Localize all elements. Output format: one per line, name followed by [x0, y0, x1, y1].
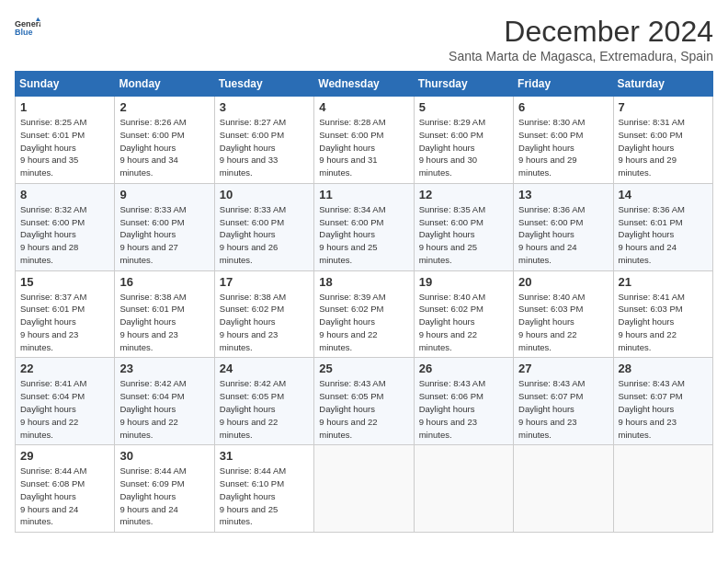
sunset-label: Sunset: — [20, 304, 50, 314]
day-info: Sunrise: 8:44 AMSunset: 6:10 PMDaylight … — [220, 465, 309, 528]
day-number: 31 — [220, 449, 309, 463]
sunset-label: Sunset: — [419, 304, 449, 314]
daylight-label: Daylight hours — [419, 143, 475, 153]
calendar-cell: 15Sunrise: 8:37 AMSunset: 6:01 PMDayligh… — [16, 270, 115, 358]
sunset-label: Sunset: — [619, 130, 648, 140]
sunrise-label: Sunrise: — [419, 292, 451, 302]
daylight-label: Daylight hours — [518, 143, 574, 153]
sunset-label: Sunset: — [220, 130, 249, 140]
calendar-cell: 11Sunrise: 8:34 AMSunset: 6:00 PMDayligh… — [314, 183, 414, 270]
sunset-label: Sunset: — [220, 304, 249, 314]
sunrise-label: Sunrise: — [220, 204, 252, 214]
calendar-cell: 7Sunrise: 8:31 AMSunset: 6:00 PMDaylight… — [613, 97, 712, 184]
sunrise-label: Sunrise: — [419, 117, 451, 127]
daylight-label: Daylight hours — [619, 229, 675, 239]
calendar-cell: 20Sunrise: 8:40 AMSunset: 6:03 PMDayligh… — [514, 270, 613, 358]
day-number: 27 — [518, 362, 608, 375]
weekday-header-sunday: Sunday — [16, 72, 115, 97]
sunrise-label: Sunrise: — [518, 378, 551, 388]
day-info: Sunrise: 8:44 AMSunset: 6:08 PMDaylight … — [20, 465, 109, 528]
day-info: Sunrise: 8:38 AMSunset: 6:01 PMDaylight … — [119, 291, 209, 354]
calendar-cell — [314, 445, 414, 533]
calendar-cell: 13Sunrise: 8:36 AMSunset: 6:00 PMDayligh… — [514, 183, 613, 270]
day-number: 2 — [119, 100, 209, 114]
sunrise-label: Sunrise: — [220, 378, 252, 388]
day-number: 22 — [20, 362, 109, 375]
sunrise-label: Sunrise: — [20, 117, 52, 127]
day-info: Sunrise: 8:36 AMSunset: 6:00 PMDaylight … — [518, 203, 608, 267]
sunrise-label: Sunrise: — [20, 378, 52, 388]
daylight-label: Daylight hours — [419, 404, 475, 414]
calendar-body: 1Sunrise: 8:25 AMSunset: 6:01 PMDaylight… — [16, 97, 713, 533]
day-info: Sunrise: 8:34 AMSunset: 6:00 PMDaylight … — [319, 203, 408, 267]
day-number: 25 — [319, 362, 408, 375]
month-title: December 2024 — [449, 15, 713, 49]
calendar-cell: 6Sunrise: 8:30 AMSunset: 6:00 PMDaylight… — [514, 97, 613, 184]
calendar-cell: 3Sunrise: 8:27 AMSunset: 6:00 PMDaylight… — [214, 97, 313, 184]
calendar-cell — [613, 445, 712, 533]
calendar-cell: 25Sunrise: 8:43 AMSunset: 6:05 PMDayligh… — [314, 358, 414, 445]
daylight-label: Daylight hours — [619, 143, 675, 153]
calendar-week-5: 29Sunrise: 8:44 AMSunset: 6:08 PMDayligh… — [16, 445, 713, 533]
sunset-label: Sunset: — [518, 304, 548, 314]
sunset-label: Sunset: — [518, 391, 548, 401]
calendar-cell: 1Sunrise: 8:25 AMSunset: 6:01 PMDaylight… — [16, 97, 115, 184]
calendar-cell: 17Sunrise: 8:38 AMSunset: 6:02 PMDayligh… — [214, 270, 313, 358]
page-header: General Blue December 2024 Santa Marta d… — [15, 15, 713, 63]
sunset-label: Sunset: — [419, 391, 449, 401]
day-info: Sunrise: 8:39 AMSunset: 6:02 PMDaylight … — [319, 291, 408, 354]
daylight-label: Daylight hours — [119, 143, 176, 153]
sunrise-label: Sunrise: — [20, 292, 52, 302]
sunrise-label: Sunrise: — [220, 292, 252, 302]
day-number: 24 — [220, 362, 309, 375]
sunrise-label: Sunrise: — [119, 378, 152, 388]
calendar-cell: 2Sunrise: 8:26 AMSunset: 6:00 PMDaylight… — [115, 97, 214, 184]
day-number: 3 — [220, 100, 309, 114]
sunrise-label: Sunrise: — [619, 204, 651, 214]
weekday-header-tuesday: Tuesday — [214, 72, 313, 97]
sunset-label: Sunset: — [119, 304, 149, 314]
daylight-label: Daylight hours — [20, 316, 76, 327]
sunset-label: Sunset: — [319, 391, 348, 401]
daylight-label: Daylight hours — [20, 404, 76, 414]
weekday-header-wednesday: Wednesday — [314, 72, 414, 97]
sunrise-label: Sunrise: — [319, 204, 351, 214]
day-info: Sunrise: 8:40 AMSunset: 6:03 PMDaylight … — [518, 291, 608, 354]
daylight-label: Daylight hours — [220, 316, 276, 327]
sunset-label: Sunset: — [518, 130, 548, 140]
sunset-label: Sunset: — [119, 130, 149, 140]
daylight-label: Daylight hours — [119, 404, 176, 414]
day-number: 17 — [220, 275, 309, 289]
sunrise-label: Sunrise: — [319, 378, 351, 388]
day-info: Sunrise: 8:38 AMSunset: 6:02 PMDaylight … — [220, 291, 309, 354]
daylight-label: Daylight hours — [419, 316, 475, 327]
sunset-label: Sunset: — [119, 391, 149, 401]
day-number: 6 — [518, 100, 608, 114]
daylight-label: Daylight hours — [119, 491, 176, 501]
sunset-label: Sunset: — [619, 304, 648, 314]
day-number: 15 — [20, 275, 109, 289]
day-info: Sunrise: 8:25 AMSunset: 6:01 PMDaylight … — [20, 116, 109, 179]
day-number: 4 — [319, 100, 408, 114]
sunset-label: Sunset: — [20, 130, 50, 140]
calendar-cell: 14Sunrise: 8:36 AMSunset: 6:01 PMDayligh… — [613, 183, 712, 270]
daylight-label: Daylight hours — [20, 491, 76, 501]
day-number: 30 — [119, 449, 209, 463]
daylight-label: Daylight hours — [20, 229, 76, 239]
day-info: Sunrise: 8:42 AMSunset: 6:05 PMDaylight … — [220, 377, 309, 441]
day-info: Sunrise: 8:42 AMSunset: 6:04 PMDaylight … — [119, 377, 209, 441]
sunrise-label: Sunrise: — [220, 465, 252, 476]
day-number: 12 — [419, 188, 508, 201]
sunset-label: Sunset: — [119, 478, 149, 488]
sunrise-label: Sunrise: — [419, 378, 451, 388]
day-number: 7 — [619, 100, 708, 114]
sunset-label: Sunset: — [20, 391, 50, 401]
day-number: 1 — [20, 100, 109, 114]
daylight-label: Daylight hours — [220, 404, 276, 414]
calendar-week-3: 15Sunrise: 8:37 AMSunset: 6:01 PMDayligh… — [16, 270, 713, 358]
day-info: Sunrise: 8:41 AMSunset: 6:04 PMDaylight … — [20, 377, 109, 441]
daylight-label: Daylight hours — [619, 316, 675, 327]
daylight-label: Daylight hours — [518, 404, 574, 414]
day-info: Sunrise: 8:33 AMSunset: 6:00 PMDaylight … — [220, 203, 309, 267]
sunset-label: Sunset: — [319, 217, 348, 227]
